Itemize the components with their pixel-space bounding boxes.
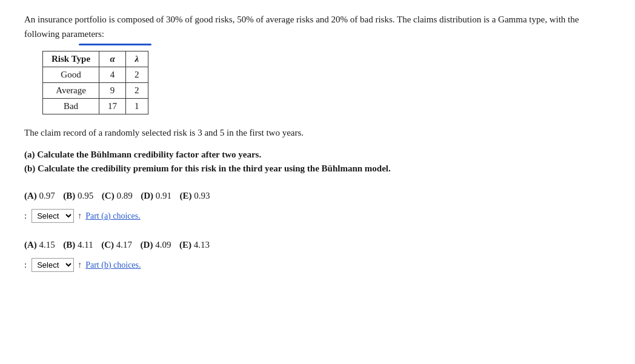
table-row: Good 4 2 bbox=[43, 67, 148, 83]
risk-table: Risk Type α λ Good 4 2 Average 9 2 Bad 1… bbox=[42, 51, 148, 114]
choices-row-a: (A) 0.97 (B) 0.95 (C) 0.89 (D) 0.91 (E) … bbox=[24, 188, 611, 203]
cell-lambda: 2 bbox=[126, 83, 148, 99]
cell-lambda: 1 bbox=[126, 99, 148, 114]
cell-risk-type: Bad bbox=[43, 99, 99, 114]
choices-section-b: (A) 4.15 (B) 4.11 (C) 4.17 (D) 4.09 (E) … bbox=[24, 237, 611, 272]
part-b-label: (b) bbox=[24, 164, 35, 173]
part-b-choices-link[interactable]: Part (b) choices. bbox=[85, 260, 141, 270]
cell-risk-type: Average bbox=[43, 83, 99, 99]
part-b-question: (b) Calculate the credibility premium fo… bbox=[24, 164, 611, 174]
arrow-up-icon-a: ↑ bbox=[78, 211, 82, 221]
part-a-choices-link[interactable]: Part (a) choices. bbox=[85, 211, 141, 221]
choices-row-b: (A) 4.15 (B) 4.11 (C) 4.17 (D) 4.09 (E) … bbox=[24, 237, 611, 252]
table-row: Bad 17 1 bbox=[43, 99, 148, 114]
col-header-alpha: α bbox=[99, 51, 126, 67]
intro-text: An insurance portfolio is composed of 30… bbox=[24, 12, 606, 41]
choice-item-a: (E) 0.93 bbox=[179, 191, 214, 200]
cell-alpha: 9 bbox=[99, 83, 126, 99]
choice-item-a: (D) 0.91 bbox=[141, 191, 176, 200]
part-a-text-content: Calculate the Bühlmann credibility facto… bbox=[37, 150, 261, 159]
table-decoration bbox=[79, 44, 151, 45]
table-row: Average 9 2 bbox=[43, 83, 148, 99]
choice-item-a: (A) 0.97 bbox=[24, 191, 59, 200]
choice-item-b: (A) 4.15 bbox=[24, 240, 59, 250]
select-a[interactable]: SelectABCDE bbox=[32, 209, 74, 223]
table-container: Risk Type α λ Good 4 2 Average 9 2 Bad 1… bbox=[42, 51, 611, 114]
arrow-up-icon-b: ↑ bbox=[78, 260, 82, 270]
cell-alpha: 4 bbox=[99, 67, 126, 83]
claim-record: The claim record of a randomly selected … bbox=[24, 125, 611, 140]
choice-item-b: (C) 4.17 bbox=[101, 240, 136, 250]
colon-b: : bbox=[24, 260, 27, 270]
choice-item-a: (C) 0.89 bbox=[102, 191, 137, 200]
part-a-question: (a) Calculate the Bühlmann credibility f… bbox=[24, 150, 611, 160]
answer-row-b: : SelectABCDE ↑ Part (b) choices. bbox=[24, 258, 611, 272]
choice-item-b: (D) 4.09 bbox=[141, 240, 176, 250]
answer-row-a: : SelectABCDE ↑ Part (a) choices. bbox=[24, 209, 611, 223]
part-b-text-content: Calculate the credibility premium for th… bbox=[38, 164, 391, 173]
select-b[interactable]: SelectABCDE bbox=[32, 258, 74, 272]
choices-section-a: (A) 0.97 (B) 0.95 (C) 0.89 (D) 0.91 (E) … bbox=[24, 188, 611, 223]
part-a-label: (a) bbox=[24, 150, 35, 159]
col-header-lambda: λ bbox=[126, 51, 148, 67]
choice-item-a: (B) 0.95 bbox=[63, 191, 98, 200]
colon-a: : bbox=[24, 211, 27, 221]
col-header-risk-type: Risk Type bbox=[43, 51, 99, 67]
cell-lambda: 2 bbox=[126, 67, 148, 83]
cell-alpha: 17 bbox=[99, 99, 126, 114]
choice-item-b: (B) 4.11 bbox=[63, 240, 98, 250]
choice-item-b: (E) 4.13 bbox=[179, 240, 214, 250]
cell-risk-type: Good bbox=[43, 67, 99, 83]
